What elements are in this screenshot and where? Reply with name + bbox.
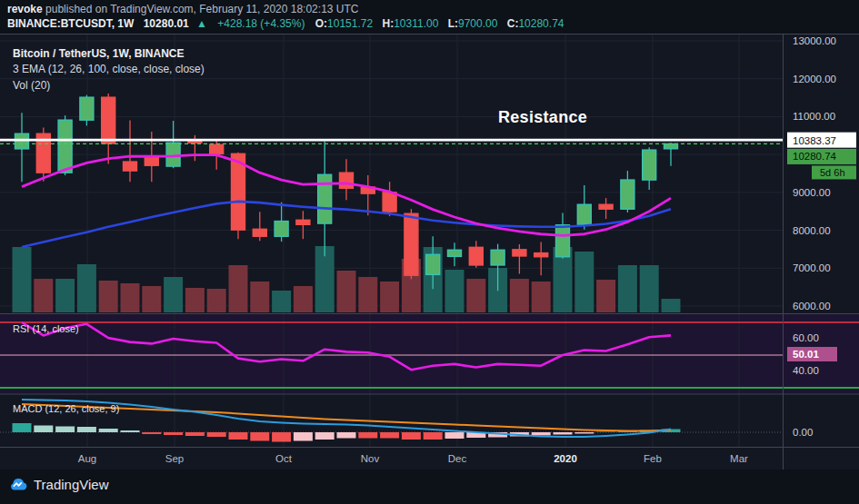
macd-histogram-bar bbox=[574, 432, 594, 434]
macd-histogram-bar bbox=[164, 432, 183, 435]
close-label: C: bbox=[507, 17, 519, 30]
open-label: O: bbox=[315, 17, 327, 30]
macd-histogram-bar bbox=[294, 432, 313, 441]
volume-bar bbox=[445, 270, 464, 312]
price-axis-label: 6000.00 bbox=[793, 301, 831, 311]
price-axis-label: 13000.00 bbox=[793, 35, 836, 46]
volume-bar bbox=[185, 288, 205, 312]
legend-rsi-indicator[interactable]: RSI (14, close) bbox=[13, 323, 79, 334]
macd-histogram-bar bbox=[337, 432, 356, 439]
volume-bar bbox=[164, 277, 183, 312]
candle-body bbox=[534, 253, 548, 257]
macd-histogram-bar bbox=[272, 432, 291, 442]
macd-histogram-bar bbox=[250, 432, 269, 441]
legend-volume-indicator[interactable]: Vol (20) bbox=[13, 79, 50, 92]
macd-histogram-bar bbox=[121, 430, 140, 432]
macd-histogram-bar bbox=[55, 427, 75, 433]
high-value: 10311.00 bbox=[394, 17, 438, 30]
close-value: 10280.74 bbox=[518, 17, 564, 30]
macd-histogram-bar bbox=[402, 432, 421, 440]
low-label: L: bbox=[448, 17, 458, 30]
candle-body bbox=[664, 143, 678, 148]
legend-ema-indicator[interactable]: 3 EMA (12, 26, 100, close, close, close) bbox=[13, 63, 205, 75]
candle-body bbox=[491, 250, 504, 265]
bar-countdown-label: 5d 6h bbox=[820, 167, 845, 178]
macd-histogram-bar bbox=[99, 429, 118, 432]
volume-bar bbox=[77, 264, 96, 312]
symbol-label: BINANCE:BTCUSDT, 1W bbox=[7, 17, 134, 30]
candle-body bbox=[340, 173, 354, 188]
high-label: H: bbox=[383, 17, 395, 30]
macd-histogram-bar bbox=[142, 432, 161, 434]
low-value: 9700.00 bbox=[458, 17, 497, 30]
candle-body bbox=[145, 156, 158, 165]
rsi-axis-label: 40.00 bbox=[793, 365, 819, 376]
up-arrow-icon: ▲ bbox=[196, 17, 207, 30]
volume-bar bbox=[55, 279, 75, 312]
legend-symbol-title[interactable]: Bitcoin / TetherUS, 1W, BINANCE bbox=[13, 47, 184, 60]
volume-bar bbox=[596, 280, 615, 312]
tradingview-brand[interactable]: TradingView bbox=[9, 477, 109, 492]
month-label: Dec bbox=[448, 453, 467, 464]
volume-bar bbox=[207, 289, 226, 312]
month-label: Oct bbox=[275, 453, 293, 464]
volume-bar bbox=[294, 286, 313, 312]
resistance-annotation: Resistance bbox=[498, 108, 587, 127]
macd-histogram-bar bbox=[13, 423, 32, 432]
macd-histogram-bar bbox=[185, 432, 205, 436]
price-axis-label: 7000.00 bbox=[793, 262, 831, 273]
month-label: Feb bbox=[644, 453, 662, 464]
candle-body bbox=[253, 229, 266, 236]
volume-bar bbox=[574, 252, 594, 312]
candle-body bbox=[296, 220, 310, 224]
rsi-value-badge-label: 50.01 bbox=[793, 349, 819, 360]
macd-histogram-bar bbox=[358, 432, 377, 439]
chart-canvas[interactable]: 13000.0012000.0011000.009000.008000.0070… bbox=[0, 0, 859, 504]
macd-axis-label: 0.00 bbox=[793, 427, 813, 438]
byline: revoke published on TradingView.com, Feb… bbox=[7, 3, 358, 15]
volume-bar bbox=[662, 299, 681, 312]
resistance-line bbox=[0, 139, 783, 142]
candle-body bbox=[80, 97, 94, 120]
rsi-pane-bg bbox=[0, 314, 859, 393]
open-value: 10151.72 bbox=[327, 17, 373, 30]
footer-bar: TradingView bbox=[0, 469, 859, 504]
tradingview-published-chart: revoke published on TradingView.com, Feb… bbox=[0, 0, 859, 504]
price-axis-label: 12000.00 bbox=[793, 74, 836, 84]
candle-body bbox=[58, 120, 72, 173]
tradingview-wordmark: TradingView bbox=[34, 477, 109, 492]
chart-header: revoke published on TradingView.com, Feb… bbox=[0, 0, 859, 34]
candle-body bbox=[318, 174, 332, 223]
price-axis-label: 8000.00 bbox=[793, 225, 831, 236]
candle-body bbox=[469, 247, 483, 265]
resistance-price-badge-label: 10383.37 bbox=[793, 135, 836, 146]
volume-bar bbox=[121, 283, 140, 312]
volume-bar bbox=[34, 279, 53, 312]
macd-histogram-bar bbox=[315, 432, 335, 440]
symbol-ohlc-row: BINANCE:BTCUSDT, 1W 10280.01 ▲ +428.18 (… bbox=[7, 17, 570, 30]
volume-bar bbox=[229, 265, 248, 312]
month-label: Mar bbox=[730, 453, 748, 464]
volume-bar bbox=[142, 286, 161, 312]
current-price-badge-label: 10280.74 bbox=[793, 151, 837, 162]
month-label: 2020 bbox=[554, 453, 577, 464]
legend-macd-indicator[interactable]: MACD (12, 26, close, 9) bbox=[13, 403, 119, 414]
volume-bar bbox=[250, 282, 269, 312]
macd-histogram-bar bbox=[77, 427, 96, 432]
volume-bar bbox=[272, 291, 291, 312]
candle-body bbox=[102, 97, 115, 143]
volume-bar bbox=[510, 279, 529, 312]
month-label: Sep bbox=[165, 453, 184, 464]
month-label: Nov bbox=[361, 453, 380, 464]
candle-body bbox=[383, 193, 396, 212]
price-change: +428.18 (+4.35%) bbox=[217, 17, 305, 30]
volume-bar bbox=[640, 265, 659, 312]
macd-histogram-bar bbox=[380, 432, 399, 439]
price-axis-label: 9000.00 bbox=[793, 187, 831, 198]
candle-body bbox=[577, 204, 591, 224]
volume-bar bbox=[13, 247, 32, 312]
volume-bar bbox=[99, 281, 118, 312]
tradingview-cloud-icon bbox=[9, 477, 28, 492]
month-label: Aug bbox=[78, 453, 96, 464]
volume-bar bbox=[466, 279, 485, 312]
